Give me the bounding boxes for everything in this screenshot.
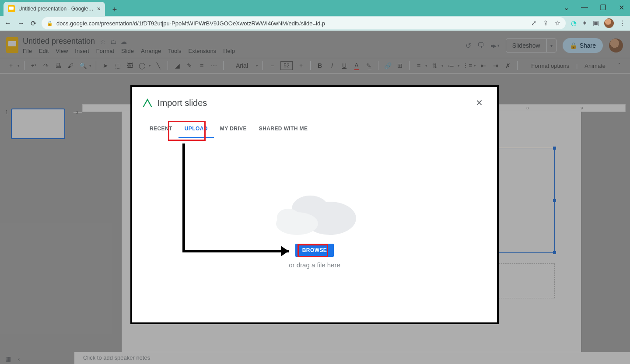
dialog-tabs: RECENT UPLOAD MY DRIVE SHARED WITH ME: [132, 113, 497, 138]
tab-shared-with-me[interactable]: SHARED WITH ME: [253, 121, 314, 138]
drive-icon: [143, 98, 152, 107]
extensions-puzzle-icon[interactable]: ✦: [582, 19, 588, 27]
browse-button[interactable]: BROWSE: [295, 244, 334, 257]
new-tab-button[interactable]: +: [108, 4, 121, 16]
zoom-icon[interactable]: ⤢: [531, 19, 537, 27]
tab-my-drive[interactable]: MY DRIVE: [214, 121, 253, 138]
close-dialog-button[interactable]: ✕: [472, 96, 486, 110]
profile-avatar-small[interactable]: [604, 18, 614, 28]
back-icon[interactable]: ←: [4, 19, 11, 28]
address-bar[interactable]: 🔒 docs.google.com/presentation/d/1fDT92u…: [42, 17, 566, 29]
window-controls: ⌄ ― ❐ ✕: [560, 3, 627, 12]
share-url-icon[interactable]: ⇪: [543, 19, 549, 27]
tab-upload[interactable]: UPLOAD: [178, 121, 214, 138]
tab-recent[interactable]: RECENT: [144, 121, 178, 138]
browser-chrome: Untitled presentation - Google Sl × + ⌄ …: [0, 0, 630, 31]
sidepanel-icon[interactable]: ▣: [593, 19, 599, 27]
browser-tab[interactable]: Untitled presentation - Google Sl ×: [4, 2, 105, 16]
upload-drop-zone[interactable]: BROWSE or drag a file here: [132, 138, 497, 318]
close-window-icon[interactable]: ✕: [615, 3, 627, 12]
cloud-icon: [269, 188, 360, 236]
tab-title: Untitled presentation - Google Sl: [18, 6, 94, 12]
svg-point-3: [277, 209, 300, 226]
slides-favicon: [8, 5, 15, 12]
chevron-down-icon[interactable]: ⌄: [560, 3, 572, 12]
forward-icon[interactable]: →: [18, 19, 24, 28]
reload-icon[interactable]: ⟳: [31, 19, 36, 28]
minimize-icon[interactable]: ―: [578, 3, 591, 12]
tab-close-icon[interactable]: ×: [97, 5, 101, 12]
drag-hint-text: or drag a file here: [289, 261, 340, 269]
bookmark-icon[interactable]: ☆: [555, 19, 560, 27]
dialog-title: Import slides: [158, 98, 207, 108]
maximize-icon[interactable]: ❐: [597, 3, 609, 12]
kebab-menu-icon[interactable]: ⋮: [619, 19, 626, 27]
url-text: docs.google.com/presentation/d/1fDT92utj…: [56, 20, 325, 27]
import-slides-dialog: Import slides ✕ RECENT UPLOAD MY DRIVE S…: [130, 85, 499, 324]
extension-icon[interactable]: ◔: [571, 19, 577, 27]
lock-icon: 🔒: [47, 21, 53, 26]
